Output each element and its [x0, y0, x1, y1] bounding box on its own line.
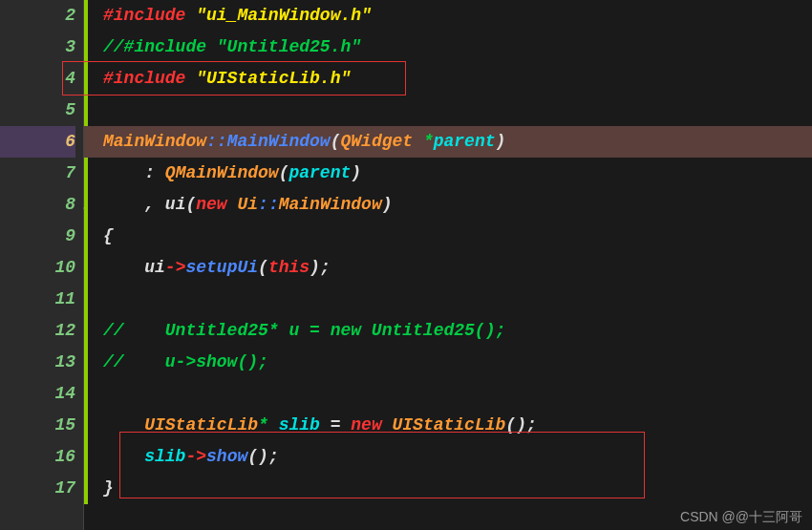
code-editor: 2 3 4 5 6 7 8▼ 9 10 11 12 13 14 15 16 17…	[0, 0, 812, 530]
line-number-gutter: 2 3 4 5 6 7 8▼ 9 10 11 12 13 14 15 16 17	[0, 0, 84, 530]
line-number[interactable]: 11	[0, 284, 75, 315]
code-line[interactable]: : QMainWindow(parent)	[103, 158, 812, 189]
code-line[interactable]: #include "ui_MainWindow.h"	[103, 0, 812, 32]
line-number[interactable]: 17	[0, 473, 75, 504]
line-number[interactable]: 10	[0, 252, 75, 284]
line-number-current[interactable]: 6	[0, 126, 75, 158]
line-number[interactable]: 16	[0, 441, 75, 473]
code-line[interactable]: //#include "Untitled25.h"	[103, 32, 812, 63]
change-marker	[84, 0, 88, 126]
line-number[interactable]: 4	[0, 63, 75, 95]
line-number[interactable]: 7	[0, 158, 75, 189]
code-line[interactable]: #include "UIStaticLib.h"	[103, 63, 812, 95]
line-number[interactable]: 9	[0, 221, 75, 252]
code-line[interactable]: {	[103, 221, 812, 252]
code-line[interactable]: // Untitled25* u = new Untitled25();	[103, 315, 812, 347]
code-line[interactable]: UIStaticLib* slib = new UIStaticLib();	[103, 410, 812, 441]
code-line[interactable]: slib->show();	[103, 441, 812, 473]
line-number[interactable]: 5	[0, 95, 75, 126]
watermark: CSDN @@十三阿哥	[680, 509, 802, 526]
code-line-current[interactable]: MainWindow::MainWindow(QWidget *parent)	[84, 126, 812, 158]
code-line[interactable]	[103, 378, 812, 410]
code-line[interactable]	[103, 95, 812, 126]
change-marker	[84, 158, 88, 504]
code-line[interactable]: ui->setupUi(this);	[103, 252, 812, 284]
line-number[interactable]: 13	[0, 347, 75, 378]
code-line[interactable]: , ui(new Ui::MainWindow)	[103, 189, 812, 221]
line-number[interactable]: 14	[0, 378, 75, 410]
line-number[interactable]: 12	[0, 315, 75, 347]
line-number[interactable]: 15	[0, 410, 75, 441]
line-number[interactable]: 2	[0, 0, 75, 32]
line-number[interactable]: 8▼	[0, 189, 75, 221]
code-line[interactable]	[103, 284, 812, 315]
line-number[interactable]: 3	[0, 32, 75, 63]
code-line[interactable]: // u->show();	[103, 347, 812, 378]
code-area[interactable]: #include "ui_MainWindow.h" //#include "U…	[84, 0, 812, 530]
code-line[interactable]: }	[103, 473, 812, 504]
